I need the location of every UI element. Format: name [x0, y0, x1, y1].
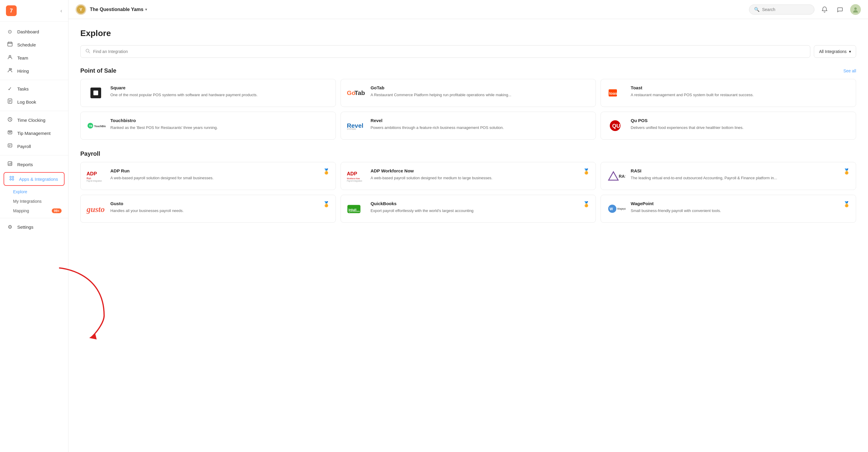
- square-logo: [87, 85, 105, 101]
- svg-point-31: [854, 7, 857, 10]
- touchbistro-logo: TB TouchBistro: [87, 118, 105, 133]
- org-name-wrapper[interactable]: The Questionable Yams ▾: [90, 7, 147, 12]
- org-avatar: Y: [75, 4, 86, 15]
- filter-dropdown[interactable]: All Integrations ▾: [814, 45, 856, 58]
- back-button[interactable]: ‹: [60, 8, 62, 14]
- pos-see-all[interactable]: See all: [843, 68, 856, 73]
- sidebar-item-hiring[interactable]: Hiring: [0, 64, 68, 78]
- gotab-name: GoTab: [371, 85, 590, 90]
- revel-logo: Revel SYSTEMS: [347, 118, 366, 133]
- pos-grid: Square One of the most popular POS syste…: [80, 79, 856, 140]
- sidebar-item-dashboard-label: Dashboard: [17, 29, 39, 34]
- integration-card-gusto[interactable]: gusto Gusto 🏅 Handles all your businesse…: [80, 195, 336, 223]
- org-name: The Questionable Yams: [90, 7, 144, 12]
- topbar-right: 🔍: [749, 4, 861, 15]
- topbar-search-input[interactable]: [762, 7, 809, 12]
- sub-nav-explore[interactable]: Explore: [13, 187, 68, 197]
- svg-text:gusto: gusto: [87, 205, 105, 214]
- svg-point-25: [10, 176, 11, 178]
- svg-text:RASI: RASI: [619, 174, 625, 179]
- award-icon-3: 🏅: [843, 168, 850, 175]
- revel-content: Revel Powers ambitions through a feature…: [371, 118, 590, 131]
- sidebar-item-logbook[interactable]: Log Book: [0, 95, 68, 108]
- filter-label: All Integrations: [819, 49, 846, 54]
- sidebar-item-tasks[interactable]: ✓ Tasks: [0, 83, 68, 95]
- integration-card-quickbooks[interactable]: intuit QuickBooks QuickBooks 🏅 Export pa…: [341, 195, 596, 223]
- search-icon: 🔍: [754, 7, 760, 12]
- integration-card-touchbistro[interactable]: TB TouchBistro Touchbistro Ranked as the…: [80, 112, 336, 140]
- sidebar-item-dashboard[interactable]: ⊙ Dashboard: [0, 25, 68, 38]
- integration-card-toast[interactable]: toast Toast A restaurant management and …: [600, 79, 856, 107]
- sidebar-item-tipmanagement-label: Tip Management: [17, 131, 51, 136]
- integration-card-adpworkforce[interactable]: ADP Workforce Now Payroll Integration AD…: [341, 162, 596, 190]
- sidebar-item-appsintegrations[interactable]: Apps & Integrations: [4, 172, 65, 186]
- messages-button[interactable]: [835, 4, 845, 15]
- integration-card-square[interactable]: Square One of the most popular POS syste…: [80, 79, 336, 107]
- svg-rect-35: [93, 90, 98, 95]
- svg-text:W: W: [610, 207, 613, 211]
- sidebar-item-tipmanagement[interactable]: Tip Management: [0, 126, 68, 140]
- payroll-section-title: Payroll: [80, 150, 100, 157]
- hiring-icon: [6, 67, 13, 74]
- integration-search[interactable]: [80, 45, 810, 58]
- sidebar-item-team[interactable]: Team: [0, 51, 68, 64]
- svg-rect-0: [8, 42, 12, 46]
- payroll-grid: ADP Run Payroll Integration ADP Run 🏅 A …: [80, 162, 856, 223]
- svg-text:Workforce Now: Workforce Now: [347, 177, 360, 179]
- sidebar-item-hiring-label: Hiring: [17, 68, 29, 74]
- integration-search-input[interactable]: [93, 49, 805, 54]
- adprun-content: ADP Run 🏅 A web-based payroll solution d…: [111, 168, 330, 181]
- svg-text:toast: toast: [609, 91, 619, 95]
- payroll-section: Payroll ADP Run Payroll Integration ADP: [80, 150, 856, 223]
- integration-card-qupos[interactable]: QU Qu POS Delivers unified food experien…: [600, 112, 856, 140]
- sidebar-item-timeclocking-label: Time Clocking: [17, 118, 45, 123]
- award-icon-5: 🏅: [583, 201, 590, 207]
- quickbooks-content: QuickBooks 🏅 Export payroll effortlessly…: [371, 201, 590, 214]
- svg-point-27: [10, 179, 11, 180]
- mapping-badge: 99+: [52, 208, 62, 213]
- gotab-desc: A Restaurant Commerce Platform helping r…: [371, 92, 590, 98]
- integration-card-wagepoint[interactable]: W Wagepoint WagePoint 🏅 Small business-f…: [600, 195, 856, 223]
- toast-name: Toast: [631, 85, 850, 90]
- svg-rect-28: [12, 179, 14, 180]
- topbar-search[interactable]: 🔍: [749, 4, 814, 15]
- toast-content: Toast A restaurant management and POS sy…: [631, 85, 850, 98]
- integration-card-adprun[interactable]: ADP Run Payroll Integration ADP Run 🏅 A …: [80, 162, 336, 190]
- adpworkforce-desc: A web-based payroll solution designed fo…: [371, 175, 590, 181]
- touchbistro-name: Touchbistro: [111, 118, 330, 123]
- revel-desc: Powers ambitions through a feature-rich …: [371, 125, 590, 131]
- integration-card-rasi[interactable]: RASI RASI 🏅 The leading virtual end-to-e…: [600, 162, 856, 190]
- sidebar-item-settings[interactable]: ⚙ Settings: [0, 221, 68, 233]
- payroll-icon: [6, 143, 13, 149]
- content-area: Explore All Integrations ▾ Point of Sale…: [68, 19, 868, 452]
- notifications-button[interactable]: [819, 4, 830, 15]
- dashboard-icon: ⊙: [6, 29, 13, 35]
- sidebar-item-timeclocking[interactable]: Time Clocking: [0, 113, 68, 126]
- user-avatar[interactable]: [850, 4, 861, 15]
- sub-nav-myintegrations[interactable]: My Integrations: [13, 197, 68, 206]
- svg-marker-53: [609, 172, 618, 180]
- nav-divider-4: [0, 218, 68, 218]
- integration-card-gotab[interactable]: Go Tab GoTab A Restaurant Commerce Platf…: [341, 79, 596, 107]
- adprun-logo: ADP Run Payroll Integration: [87, 168, 105, 184]
- sidebar-item-logbook-label: Log Book: [17, 100, 36, 105]
- sub-nav-mapping[interactable]: Mapping 99+: [13, 206, 68, 216]
- svg-point-16: [9, 132, 10, 133]
- sidebar-header: 7 ‹: [0, 0, 68, 22]
- sidebar-item-schedule[interactable]: Schedule: [0, 38, 68, 51]
- gusto-desc: Handles all your businesses payroll need…: [111, 208, 330, 214]
- sidebar-item-payroll[interactable]: Payroll: [0, 140, 68, 153]
- logo-badge: 7: [6, 5, 17, 16]
- toast-logo: toast: [607, 85, 626, 101]
- sidebar-item-tasks-label: Tasks: [17, 86, 29, 91]
- main-wrapper: Y The Questionable Yams ▾ 🔍: [68, 0, 868, 452]
- gotab-logo: Go Tab: [347, 85, 366, 101]
- adpworkforce-content: ADP Workforce Now 🏅 A web-based payroll …: [371, 168, 590, 181]
- sub-nav: Explore My Integrations Mapping 99+: [0, 187, 68, 216]
- chevron-down-icon: ▾: [145, 7, 147, 11]
- gusto-content: Gusto 🏅 Handles all your businesses payr…: [111, 201, 330, 214]
- award-icon-2: 🏅: [583, 168, 590, 175]
- award-icon-6: 🏅: [843, 201, 850, 207]
- integration-card-revel[interactable]: Revel SYSTEMS Revel Powers ambitions thr…: [341, 112, 596, 140]
- sidebar-item-reports[interactable]: Reports: [0, 158, 68, 171]
